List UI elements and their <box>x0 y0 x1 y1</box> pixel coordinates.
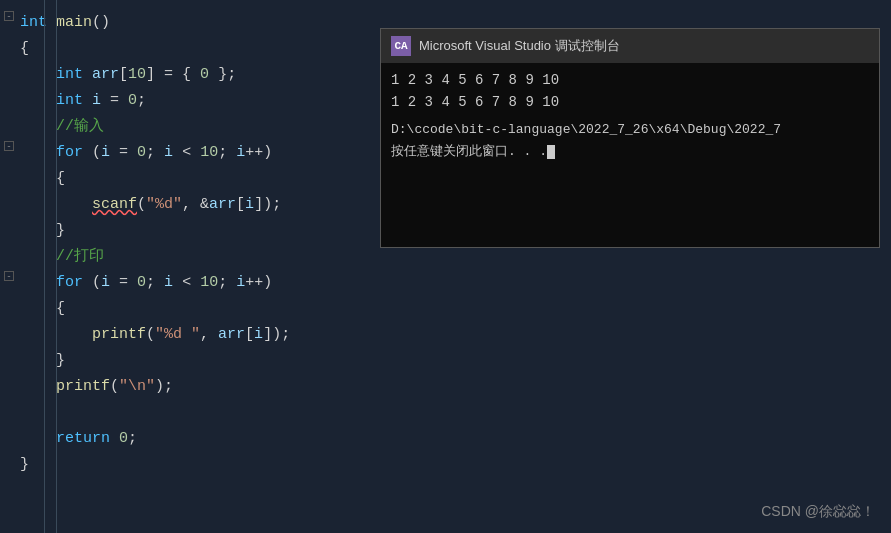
code-content-5: for (i = 0; i < 10; i++) <box>20 141 272 165</box>
code-line-10: - for (i = 0; i < 10; i++) <box>0 270 891 296</box>
code-content-16: return 0; <box>20 427 137 451</box>
console-output-2: 1 2 3 4 5 6 7 8 9 10 <box>391 91 869 113</box>
code-content-8: } <box>20 219 65 243</box>
code-content-1: { <box>20 37 29 61</box>
code-line-16: return 0; <box>0 426 891 452</box>
console-path: D:\ccode\bit-c-language\2022_7_26\x64\De… <box>391 119 869 141</box>
console-body: 1 2 3 4 5 6 7 8 9 10 1 2 3 4 5 6 7 8 9 1… <box>381 63 879 169</box>
code-content-15 <box>20 401 56 425</box>
code-line-17: } <box>0 452 891 478</box>
code-content-17: } <box>20 453 29 477</box>
code-content-9: //打印 <box>20 245 104 269</box>
code-line-11: { <box>0 296 891 322</box>
code-content-14: printf("\n"); <box>20 375 173 399</box>
code-content-13: } <box>20 349 65 373</box>
code-content-12: printf("%d ", arr[i]); <box>20 323 290 347</box>
console-output-1: 1 2 3 4 5 6 7 8 9 10 <box>391 69 869 91</box>
console-title: Microsoft Visual Studio 调试控制台 <box>419 37 620 55</box>
code-content-10: for (i = 0; i < 10; i++) <box>20 271 272 295</box>
guide-line <box>44 0 45 533</box>
guide-line <box>56 0 57 533</box>
code-content-4: //输入 <box>20 115 104 139</box>
console-icon: CA <box>391 36 411 56</box>
console-titlebar: CA Microsoft Visual Studio 调试控制台 <box>381 29 879 63</box>
code-line-15 <box>0 400 891 426</box>
console-prompt: 按任意键关闭此窗口. . . <box>391 141 869 163</box>
collapse-icon[interactable]: - <box>4 11 14 21</box>
code-line-13: } <box>0 348 891 374</box>
code-content-3: int i = 0; <box>20 89 146 113</box>
code-line-12: printf("%d ", arr[i]); <box>0 322 891 348</box>
code-content-11: { <box>20 297 65 321</box>
code-content-7: scanf("%d", &arr[i]); <box>20 193 281 217</box>
collapse-icon[interactable]: - <box>4 271 14 281</box>
watermark: CSDN @徐惢惢！ <box>761 503 875 521</box>
code-content-0: int main() <box>20 11 110 35</box>
console-cursor <box>547 145 555 159</box>
console-window[interactable]: CA Microsoft Visual Studio 调试控制台 1 2 3 4… <box>380 28 880 248</box>
code-line-14: printf("\n"); <box>0 374 891 400</box>
collapse-icon[interactable]: - <box>4 141 14 151</box>
code-content-2: int arr[10] = { 0 }; <box>20 63 236 87</box>
code-content-6: { <box>20 167 65 191</box>
